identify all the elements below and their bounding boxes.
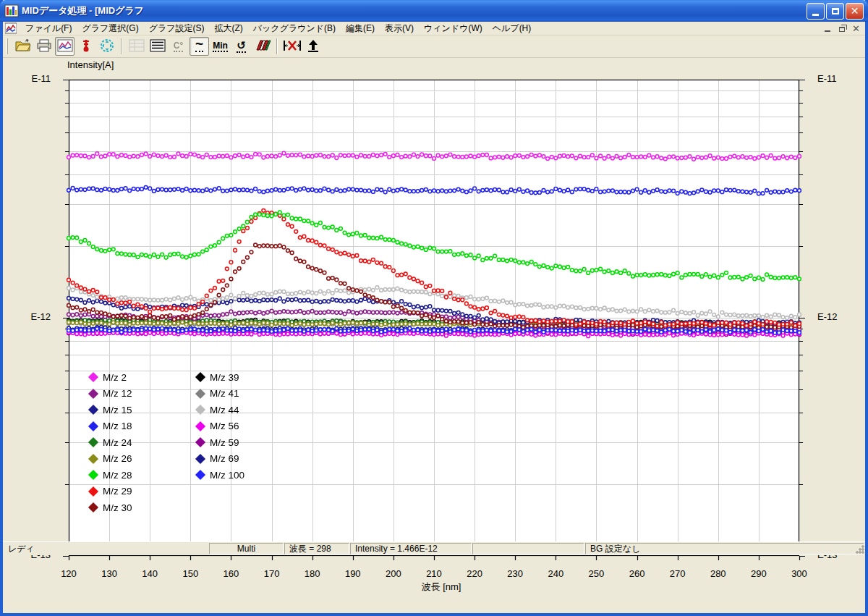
folder-open-icon — [15, 39, 31, 54]
legend-label: M/z 69 — [210, 453, 239, 464]
layers-icon — [254, 38, 271, 55]
legend-marker-diamond-icon — [195, 372, 205, 382]
menu-item-H[interactable]: ヘルプ(H) — [488, 21, 537, 36]
legend-entry-Mz28: M/z 28 — [88, 467, 132, 484]
legend-column-2: M/z 39M/z 41M/z 44M/z 56M/z 59M/z 69M/z … — [195, 369, 244, 484]
legend-entry-Mz44: M/z 44 — [195, 402, 244, 418]
x-axis-title: 波長 [nm] — [362, 581, 521, 594]
redraw-button-label: ↺ — [237, 40, 246, 53]
celsius-button: C° — [169, 37, 188, 56]
status-bar: レディ Multi 波長 = 298 Intensity = 1.466E-12… — [3, 541, 865, 555]
legend-entry-Mz26: M/z 26 — [88, 451, 132, 468]
x-tick-260: 260 — [621, 568, 653, 579]
legend-marker-diamond-icon — [195, 470, 205, 480]
fit-view-button[interactable] — [97, 37, 116, 56]
legend-entry-Mz18: M/z 18 — [88, 418, 132, 435]
legend-label: M/z 39 — [210, 372, 239, 383]
x-tick-160: 160 — [215, 568, 247, 579]
thermometer-button[interactable] — [76, 37, 95, 56]
menu-item-Z[interactable]: 拡大(Z) — [209, 21, 247, 36]
y-axis-title: Intensity[A] — [67, 59, 114, 70]
legend-marker-diamond-icon — [88, 454, 98, 464]
legend-label: M/z 26 — [103, 453, 132, 464]
maximize-icon — [832, 8, 839, 14]
export-up-button[interactable] — [303, 37, 323, 56]
menu-item-B[interactable]: バックグラウンド(B) — [248, 21, 341, 36]
plot-canvas[interactable] — [63, 74, 808, 563]
close-button[interactable]: ✕ — [846, 3, 864, 20]
legend-label: M/z 24 — [103, 437, 132, 448]
mdi-minimize-icon — [825, 30, 830, 32]
legend-entry-Mz2: M/z 2 — [88, 369, 132, 386]
table-icon — [150, 39, 166, 54]
x-tick-200: 200 — [378, 568, 409, 579]
table-view-button[interactable] — [148, 37, 167, 56]
x-tick-290: 290 — [743, 568, 775, 579]
mdi-window-controls: ✕ — [821, 23, 862, 34]
status-intensity: Intensity = 1.466E-12 — [350, 543, 472, 554]
legend-label: M/z 18 — [103, 421, 132, 431]
menu-item-G[interactable]: グラフ選択(G) — [77, 21, 143, 36]
print-button[interactable] — [34, 37, 54, 56]
x-tick-170: 170 — [256, 568, 288, 579]
minimize-icon — [812, 14, 819, 16]
up-arrow-icon — [306, 38, 320, 55]
menu-item-E[interactable]: 編集(E) — [341, 21, 380, 36]
redraw-button[interactable]: ↺ — [231, 37, 251, 56]
grid-icon — [129, 39, 145, 54]
background-set-button[interactable] — [252, 37, 272, 56]
mdi-restore-icon — [839, 27, 845, 32]
menu-item-S[interactable]: グラフ設定(S) — [144, 21, 210, 36]
status-background-setting: BG 設定なし — [585, 543, 864, 554]
minimize-button[interactable] — [807, 3, 825, 20]
legend-label: M/z 2 — [103, 372, 127, 383]
grid-view-button — [127, 37, 146, 56]
x-tick-190: 190 — [337, 568, 369, 579]
mdi-restore-button[interactable] — [835, 23, 848, 34]
mdi-child-icon — [5, 22, 17, 34]
legend-label: M/z 29 — [103, 486, 132, 497]
legend-label: M/z 59 — [210, 437, 239, 448]
menu-item-V[interactable]: 表示(V) — [380, 21, 419, 36]
status-ready: レディ — [3, 543, 208, 554]
close-icon: ✕ — [851, 5, 859, 17]
wave-button[interactable]: ~ — [190, 37, 209, 56]
y-tick-left-E-12: E-12 — [17, 311, 51, 322]
legend-marker-diamond-icon — [88, 389, 98, 399]
toolbar-separator — [276, 38, 278, 54]
min-button[interactable]: Min — [210, 37, 230, 56]
mdi-close-button[interactable]: ✕ — [850, 23, 862, 34]
legend-marker-diamond-icon — [195, 421, 205, 431]
x-tick-270: 270 — [662, 568, 694, 579]
menu-item-W[interactable]: ウィンドウ(W) — [419, 21, 488, 36]
title-bar[interactable]: MIDデータ処理 - [MIDグラフ ✕ — [0, 0, 868, 22]
legend-entry-Mz69: M/z 69 — [195, 451, 244, 468]
x-tick-300: 300 — [783, 568, 815, 579]
legend-label: M/z 12 — [103, 388, 132, 399]
toolbar-grip[interactable] — [6, 38, 8, 54]
mdi-close-icon: ✕ — [852, 24, 860, 33]
legend-marker-diamond-icon — [88, 470, 98, 480]
status-empty — [472, 543, 584, 554]
toolbar-buttons: C°~Min↺ — [12, 37, 323, 56]
open-file-button[interactable] — [13, 37, 33, 56]
menu-item-F[interactable]: ファイル(F) — [20, 21, 77, 36]
x-tick-150: 150 — [174, 568, 206, 579]
legend-marker-diamond-icon — [88, 502, 98, 512]
resize-grip[interactable] — [855, 544, 865, 554]
x-tick-240: 240 — [540, 568, 571, 579]
mdi-minimize-button[interactable] — [821, 23, 833, 34]
kx-delete-icon — [283, 39, 302, 54]
legend-entry-Mz41: M/z 41 — [195, 386, 244, 402]
legend-marker-diamond-icon — [88, 437, 98, 447]
maximize-button[interactable] — [826, 3, 844, 20]
toolbar: C°~Min↺ — [3, 35, 865, 58]
clear-x-axis-button[interactable] — [282, 37, 302, 56]
thermometer-icon — [78, 38, 94, 55]
chart-region: Intensity[A] E-11E-11E-12E-12E-13E-13 12… — [3, 58, 865, 599]
legend-label: M/z 41 — [210, 388, 239, 399]
window-title: MIDデータ処理 - [MIDグラフ — [22, 4, 807, 17]
graph-display-button[interactable] — [55, 37, 75, 56]
legend-label: M/z 44 — [210, 405, 239, 415]
min-button-label: Min — [213, 41, 228, 52]
